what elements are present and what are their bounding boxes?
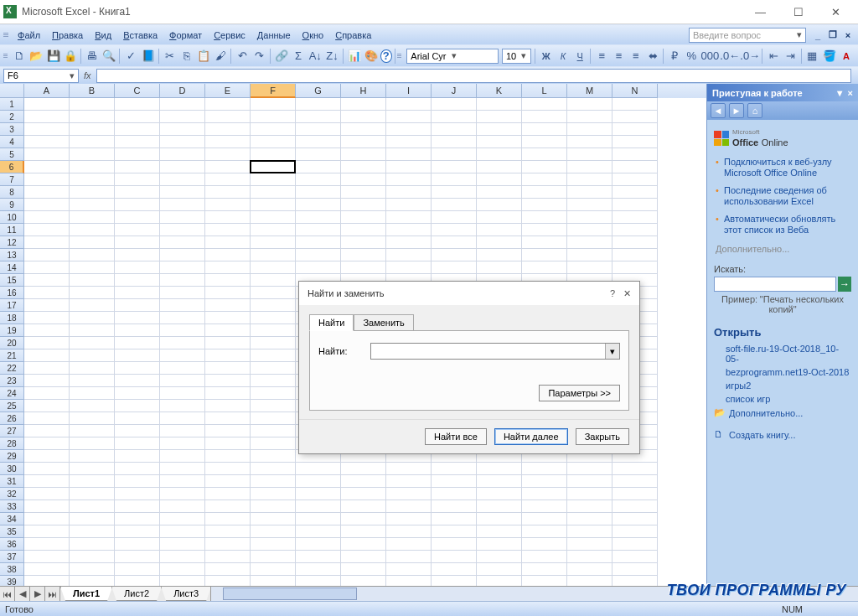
row-header-4[interactable]: 4 (0, 136, 24, 148)
column-header-G[interactable]: G (296, 84, 341, 98)
align-left-icon[interactable]: ≡ (594, 47, 609, 65)
close-button[interactable]: ✕ (817, 0, 855, 24)
autosum-icon[interactable]: Σ (291, 47, 306, 65)
row-header-11[interactable]: 11 (0, 224, 24, 236)
taskpane-dropdown-icon[interactable]: ▼ (835, 88, 845, 98)
tab-nav-next[interactable]: ▶ (30, 587, 45, 601)
column-header-I[interactable]: I (386, 84, 432, 98)
row-header-8[interactable]: 8 (0, 186, 24, 199)
row-header-14[interactable]: 14 (0, 261, 24, 274)
column-header-F[interactable]: F (251, 84, 296, 98)
sort-asc-icon[interactable]: A↓ (308, 47, 323, 65)
align-center-icon[interactable]: ≡ (611, 47, 626, 65)
tab-replace[interactable]: Заменить (354, 314, 413, 331)
recent-file-1[interactable]: bezprogramm.net19-Oct-2018 (726, 367, 851, 377)
row-header-12[interactable]: 12 (0, 236, 24, 249)
search-go-button[interactable]: → (838, 277, 851, 292)
underline-icon[interactable]: Ч (572, 47, 587, 65)
open-icon[interactable]: 📂 (28, 47, 44, 65)
options-button[interactable]: Параметры >> (539, 385, 620, 401)
sort-desc-icon[interactable]: Z↓ (324, 47, 339, 65)
column-header-M[interactable]: M (567, 84, 612, 98)
research-icon[interactable]: 📘 (140, 47, 155, 65)
redo-icon[interactable]: ↷ (252, 47, 267, 65)
tab-nav-prev[interactable]: ◀ (15, 587, 30, 601)
row-header-25[interactable]: 25 (0, 400, 24, 412)
create-workbook-link[interactable]: 🗋Создать книгу... (714, 429, 851, 441)
comma-icon[interactable]: 000 (700, 47, 719, 65)
workbook-restore[interactable]: ❐ (826, 28, 840, 42)
menu-данные[interactable]: Данные (251, 27, 297, 44)
row-header-16[interactable]: 16 (0, 287, 24, 299)
font-size-combo[interactable]: 10▾ (502, 49, 531, 64)
find-input[interactable] (371, 344, 605, 359)
row-header-34[interactable]: 34 (0, 513, 24, 525)
row-header-39[interactable]: 39 (0, 576, 24, 586)
row-header-5[interactable]: 5 (0, 148, 24, 161)
undo-icon[interactable]: ↶ (235, 47, 250, 65)
font-name-combo[interactable]: Arial Cyr▾ (406, 49, 499, 64)
row-header-33[interactable]: 33 (0, 500, 24, 513)
tab-nav-first[interactable]: ⏮ (0, 587, 15, 601)
recent-file-0[interactable]: soft-file.ru-19-Oct-2018_10-05- (726, 344, 851, 364)
select-all-cells[interactable] (0, 84, 24, 98)
column-header-E[interactable]: E (205, 84, 251, 98)
help-question-box[interactable]: Введите вопрос ▾ (689, 28, 806, 43)
save-icon[interactable]: 💾 (45, 47, 60, 65)
help-icon[interactable]: ? (380, 49, 392, 63)
column-header-B[interactable]: B (70, 84, 115, 98)
row-header-19[interactable]: 19 (0, 324, 24, 337)
tab-nav-last[interactable]: ⏭ (45, 587, 60, 601)
dialog-help-icon[interactable]: ? (610, 288, 615, 299)
menu-окно[interactable]: Окно (297, 27, 330, 44)
minimize-button[interactable]: — (742, 0, 779, 24)
decrease-indent-icon[interactable]: ⇤ (766, 47, 781, 65)
row-header-17[interactable]: 17 (0, 299, 24, 312)
column-header-A[interactable]: A (24, 84, 70, 98)
find-next-button[interactable]: Найти далее (494, 428, 568, 445)
menu-файл[interactable]: Файл (12, 27, 46, 44)
row-header-38[interactable]: 38 (0, 563, 24, 576)
row-header-22[interactable]: 22 (0, 362, 24, 375)
column-header-H[interactable]: H (341, 84, 386, 98)
sheet-tab-Лист2[interactable]: Лист2 (111, 587, 162, 601)
nav-forward-icon[interactable]: ► (729, 103, 744, 118)
decrease-decimal-icon[interactable]: .0→ (741, 47, 759, 65)
row-header-31[interactable]: 31 (0, 475, 24, 488)
menu-вид[interactable]: Вид (89, 27, 117, 44)
column-header-L[interactable]: L (522, 84, 567, 98)
row-header-1[interactable]: 1 (0, 98, 24, 111)
fx-icon[interactable]: fx (84, 70, 91, 80)
column-header-C[interactable]: C (115, 84, 160, 98)
recent-file-2[interactable]: игры2 (726, 380, 851, 391)
workbook-close[interactable]: × (841, 28, 855, 42)
row-header-20[interactable]: 20 (0, 337, 24, 349)
tab-find[interactable]: Найти (309, 314, 354, 331)
row-header-10[interactable]: 10 (0, 211, 24, 224)
search-input[interactable] (714, 277, 836, 292)
row-header-23[interactable]: 23 (0, 375, 24, 387)
menu-справка[interactable]: Справка (329, 27, 377, 44)
row-header-21[interactable]: 21 (0, 349, 24, 362)
row-header-26[interactable]: 26 (0, 412, 24, 425)
row-header-24[interactable]: 24 (0, 387, 24, 400)
more-link[interactable]: Дополнительно... (716, 244, 851, 254)
row-header-35[interactable]: 35 (0, 525, 24, 538)
column-header-N[interactable]: N (612, 84, 658, 98)
merge-icon[interactable]: ⬌ (645, 47, 660, 65)
toolbar-grip[interactable] (397, 49, 401, 64)
row-header-13[interactable]: 13 (0, 249, 24, 261)
increase-indent-icon[interactable]: ⇥ (783, 47, 798, 65)
spellcheck-icon[interactable]: ✓ (123, 47, 138, 65)
open-more-link[interactable]: 📂Дополнительно... (714, 407, 851, 419)
chart-icon[interactable]: 📊 (346, 47, 361, 65)
dialog-close-icon[interactable]: ✕ (623, 288, 631, 299)
workbook-minimize[interactable]: _ (811, 28, 824, 42)
row-header-32[interactable]: 32 (0, 488, 24, 500)
row-header-27[interactable]: 27 (0, 425, 24, 437)
sheet-tab-Лист1[interactable]: Лист1 (60, 587, 112, 601)
drawing-icon[interactable]: 🎨 (364, 47, 379, 65)
name-box[interactable]: F6▾ (3, 69, 79, 83)
menu-правка[interactable]: Правка (46, 27, 89, 44)
toolbar-grip[interactable] (3, 49, 8, 64)
